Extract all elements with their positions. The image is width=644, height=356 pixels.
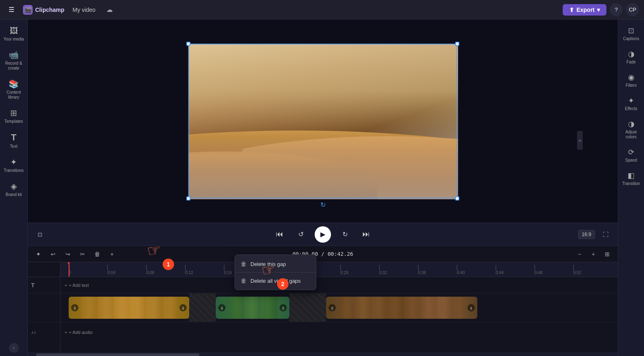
sidebar-item-label: Your media [3,37,24,42]
right-tool-transition[interactable]: ◧ Transition [620,168,643,189]
avatar-button[interactable]: CP [626,3,639,16]
rewind-button[interactable]: ↺ [293,227,308,242]
redo-button[interactable]: ↪ [62,248,74,260]
app-name: Clipchamp [35,7,65,13]
hamburger-icon: ☰ [9,6,14,14]
center-panel: ↻ ⊡ ⏮ ↺ ▶ ↻ ⏭ 16:9 ⛶ ✦ ↩ ↪ ✂ 🗑 + [28,20,618,356]
ruler-mark-36: 0:36 [418,262,426,277]
clip-pause-icon-right: || [179,304,187,311]
right-tool-label: Fade [626,60,636,65]
captions-button[interactable]: ⊡ [34,229,46,240]
fullscreen-button[interactable]: ⛶ [600,229,611,240]
add-to-timeline-button[interactable]: + [106,248,118,260]
left-sidebar: 🖼 Your media 📹 Record & create 📚 Content… [0,20,28,356]
sidebar-item-text[interactable]: T Text [2,129,26,152]
resize-handle-bottom-right[interactable] [455,196,459,201]
audio-track-label: ♪♪ [28,322,60,342]
audio-track-icon: ♪♪ [31,329,36,335]
ruler-mark-4: 0:04 [107,262,115,277]
undo-button[interactable]: ↩ [47,248,59,260]
right-tool-adjust-colors[interactable]: ◑ Adjust colors [620,116,643,143]
right-tool-captions[interactable]: ⊡ Captions [620,23,643,45]
right-tool-filters[interactable]: ◉ Filters [620,70,643,91]
delete-gap-label: Delete this gap [250,261,286,267]
resize-handle-bottom-left[interactable] [186,196,190,201]
resize-handle-top-left[interactable] [186,42,190,46]
sidebar-collapse-button[interactable]: › [9,343,19,353]
sidebar-item-templates[interactable]: ⊞ Templates [2,105,26,127]
right-tool-effects[interactable]: ✦ Effects [620,93,643,115]
aspect-ratio-selector[interactable]: 16:9 [578,230,595,239]
video-clip-2[interactable]: || || [216,297,289,319]
delete-button[interactable]: 🗑 [92,248,103,260]
plus-icon: + [65,283,67,288]
sidebar-item-label: Brand kit [6,192,22,197]
sidebar-item-brand-kit[interactable]: ◈ Brand kit [2,178,26,201]
delete-gap-icon: 🗑 [241,261,246,267]
ruler-mark-32: 0:32 [379,262,387,277]
delete-gap-item[interactable]: 🗑 Delete this gap [235,257,316,271]
gap-area-1[interactable] [189,293,216,322]
rotate-handle[interactable]: ↻ [319,201,327,209]
export-button[interactable]: ⬆ Export ▾ [563,4,606,16]
preview-area: ↻ [28,20,618,223]
transitions-icon: ✦ [10,157,17,167]
right-tool-label: Filters [626,83,637,88]
export-icon: ⬆ [569,7,574,13]
topbar-right: ⬆ Export ▾ ? CP [563,3,639,16]
speed-icon: ⟳ [628,148,634,157]
add-text-label: + Add text [69,283,89,288]
video-frame [188,44,458,199]
help-button[interactable]: ? [610,3,623,16]
skip-back-button[interactable]: ⏮ [272,227,287,242]
add-text-button[interactable]: + + Add text [65,283,89,288]
context-menu: 🗑 Delete this gap 🗑 Delete all visual ga… [235,255,316,290]
resize-handle-top-right[interactable] [455,42,459,46]
sidebar-item-record-create[interactable]: 📹 Record & create [2,47,26,74]
play-button[interactable]: ▶ [315,226,331,243]
app-logo: 🎬 Clipchamp [23,5,65,15]
timeline-ruler: 0 0:04 0:08 0:12 0:16 0:20 0:24 0:28 0:3… [60,262,618,277]
magic-wand-button[interactable]: ✦ [33,248,44,260]
add-audio-button[interactable]: + + Add audio [65,330,93,335]
text-track: + + Add text [60,277,618,293]
fit-timeline-button[interactable]: ⊞ [602,248,613,260]
scrollbar-thumb[interactable] [36,354,199,356]
ruler-mark-16: 0:16 [224,262,232,277]
video-title[interactable]: My video [69,5,99,15]
clip-pause-icon-right: || [467,304,475,311]
ruler-mark-48: 0:48 [534,262,542,277]
forward-button[interactable]: ↻ [338,227,352,242]
video-clip-3[interactable]: || || [326,297,477,319]
context-menu-divider [235,272,316,273]
player-controls: ⊡ ⏮ ↺ ▶ ↻ ⏭ 16:9 ⛶ [28,223,618,246]
record-create-icon: 📹 [9,50,19,60]
hamburger-button[interactable]: ☰ [5,3,18,16]
skip-forward-button[interactable]: ⏭ [359,227,373,242]
sidebar-item-content-library[interactable]: 📚 Content library [2,76,26,103]
right-tool-fade[interactable]: ◑ Fade [620,46,643,68]
timeline-area: ✦ ↩ ↪ ✂ 🗑 + 00:00.00 / 00:42.26 − + ⊞ [28,246,618,356]
delete-all-gaps-icon: 🗑 [241,277,246,284]
clip-pause-icon: || [329,304,336,311]
playhead[interactable] [69,262,69,277]
timeline-scroll-area[interactable]: 0 0:04 0:08 0:12 0:16 0:20 0:24 0:28 0:3… [60,262,618,353]
cut-button[interactable]: ✂ [77,248,88,260]
timeline-scrollbar[interactable] [28,353,618,356]
zoom-out-button[interactable]: − [574,248,585,260]
sidebar-item-transitions[interactable]: ✦ Transitions [2,154,26,176]
delete-all-gaps-item[interactable]: 🗑 Delete all visual gaps [235,273,316,288]
your-media-icon: 🖼 [10,26,18,36]
right-tool-speed[interactable]: ⟳ Speed [620,144,643,166]
right-tool-label: Speed [625,158,637,163]
delete-all-gaps-label: Delete all visual gaps [250,278,301,284]
transition-icon: ◧ [628,171,635,180]
gap-area-2[interactable] [289,293,326,322]
right-sidebar: ⊡ Captions ◑ Fade ◉ Filters ✦ Effects ◑ … [618,20,644,356]
video-clip-1[interactable]: || || [69,297,189,319]
sidebar-item-your-media[interactable]: 🖼 Your media [2,23,26,45]
preview-canvas[interactable]: ↻ [188,43,458,199]
zoom-in-button[interactable]: + [588,248,599,260]
filters-icon: ◉ [628,73,635,82]
right-panel-collapse-button[interactable]: ‹‹ [577,131,583,150]
